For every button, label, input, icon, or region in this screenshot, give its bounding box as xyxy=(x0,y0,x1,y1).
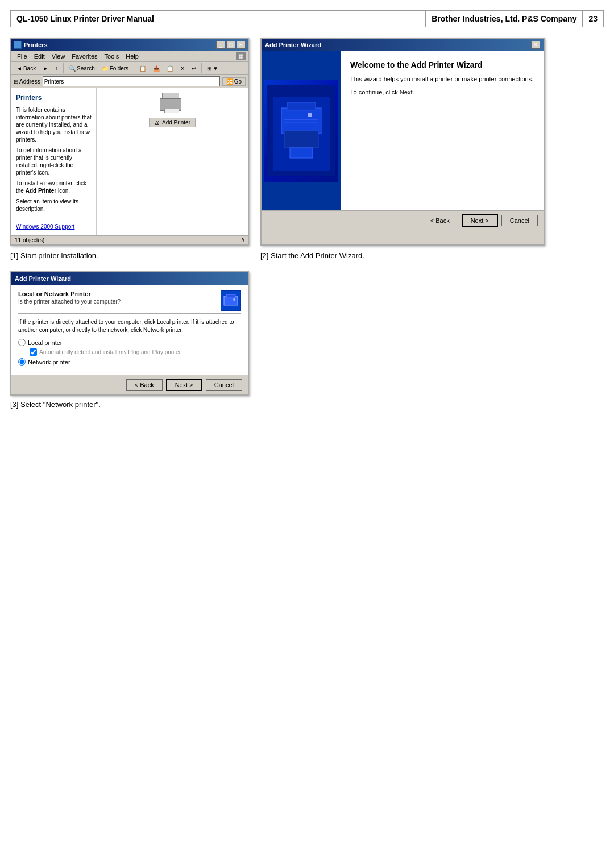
delete-button[interactable]: ✕ xyxy=(177,64,188,73)
minimize-button[interactable]: _ xyxy=(216,41,225,49)
menu-edit[interactable]: Edit xyxy=(31,52,48,60)
wizard-1-close[interactable]: ✕ xyxy=(531,41,540,49)
history-button[interactable]: 📋 xyxy=(136,64,149,73)
left-pane-para2: To get information about a printer that … xyxy=(16,147,92,176)
wizard-dialog-2: Add Printer Wizard Local or Network Prin… xyxy=(10,271,249,396)
close-button[interactable]: ✕ xyxy=(237,41,246,49)
wizard-2-section-header: Local or Network Printer xyxy=(18,290,121,297)
svg-rect-2 xyxy=(281,108,321,134)
network-printer-option[interactable]: Network printer xyxy=(18,358,241,366)
forward-icon: ► xyxy=(43,65,48,72)
toolbar-toggle[interactable]: ▦ xyxy=(236,52,246,60)
wizard-2-section-sub: Is the printer attached to your computer… xyxy=(18,298,121,305)
autodetect-option[interactable]: Automatically detect and install my Plug… xyxy=(30,348,241,356)
svg-point-8 xyxy=(308,113,312,117)
page-content: Printers _ □ ✕ File Edit View Favorites … xyxy=(10,38,604,409)
wizard-2-title: Add Printer Wizard xyxy=(15,275,71,282)
caption-row-1: [1] Start printer installation. [2] Star… xyxy=(10,251,604,260)
wizard-2-titlebar: Add Printer Wizard xyxy=(11,272,248,285)
printer-output-icon xyxy=(164,109,179,113)
wizard-2-footer: < Back Next > Cancel xyxy=(11,375,248,394)
undo-icon: ↩ xyxy=(192,65,196,72)
address-input[interactable] xyxy=(43,76,220,86)
explorer-address-bar: ⊞ Address 🔀 Go xyxy=(11,75,248,88)
menu-favorites[interactable]: Favorites xyxy=(68,52,101,60)
copyto-icon: 📋 xyxy=(167,65,173,72)
up-icon: ↑ xyxy=(55,65,58,72)
add-printer-area: 🖨 Add Printer xyxy=(101,93,243,127)
wizard-1-next-button[interactable]: Next > xyxy=(462,214,498,227)
explorer-right-pane: 🖨 Add Printer xyxy=(97,88,248,235)
radio-group: Local printer Automatically detect and i… xyxy=(18,339,241,366)
explorer-toolbar: ◄ Back ► ↑ 🔍 Search 📁 Folders 📋 📤 📋 ✕ ↩ … xyxy=(11,62,248,75)
svg-rect-10 xyxy=(226,294,235,298)
local-printer-label: Local printer xyxy=(28,339,63,346)
explorer-window: Printers _ □ ✕ File Edit View Favorites … xyxy=(10,38,249,246)
network-printer-radio[interactable] xyxy=(18,358,26,366)
delete-icon: ✕ xyxy=(180,65,185,72)
local-printer-option[interactable]: Local printer xyxy=(18,339,241,346)
wizard-1-back-button[interactable]: < Back xyxy=(422,215,458,226)
explorer-title-text: Printers xyxy=(14,41,48,49)
autodetect-label: Automatically detect and install my Plug… xyxy=(39,349,181,355)
step3-row: Add Printer Wizard Local or Network Prin… xyxy=(10,271,604,396)
wizard-2-back-button[interactable]: < Back xyxy=(126,379,163,391)
page-header: QL-1050 Linux Printer Driver Manual Brot… xyxy=(10,10,604,27)
views-button[interactable]: ⊞ ▼ xyxy=(204,64,221,73)
menu-tools[interactable]: Tools xyxy=(101,52,123,60)
local-printer-radio[interactable] xyxy=(18,339,26,346)
forward-button[interactable]: ► xyxy=(40,64,51,73)
add-printer-button[interactable]: 🖨 Add Printer xyxy=(149,118,196,127)
wizard-1-para1: This wizard helps you install a printer … xyxy=(350,75,534,84)
address-label-icon: ⊞ xyxy=(14,78,18,85)
explorer-win-controls: _ □ ✕ xyxy=(216,41,246,49)
screenshots-row-1: Printers _ □ ✕ File Edit View Favorites … xyxy=(10,38,604,246)
back-button[interactable]: ◄ Back xyxy=(14,64,39,73)
search-button[interactable]: 🔍 Search xyxy=(66,64,98,73)
wizard-1-cancel-button[interactable]: Cancel xyxy=(501,215,538,226)
header-right: Brother Industries, Ltd. P&S Company 23 xyxy=(426,11,603,27)
svg-point-11 xyxy=(233,298,235,301)
wizard-1-title: Add Printer Wizard xyxy=(265,41,321,48)
wizard-2-cancel-button[interactable]: Cancel xyxy=(206,379,242,391)
autodetect-checkbox[interactable] xyxy=(30,348,37,356)
menu-view[interactable]: View xyxy=(48,52,69,60)
wizard-1-content: Welcome to the Add Printer Wizard This w… xyxy=(341,51,544,210)
wizard-1-graphic-area xyxy=(262,51,341,210)
wizard-1-footer: < Back Next > Cancel xyxy=(262,210,544,230)
wizard-2-next-button[interactable]: Next > xyxy=(166,379,202,391)
explorer-menubar: File Edit View Favorites Tools Help ▦ xyxy=(11,51,248,62)
folders-button[interactable]: 📁 Folders xyxy=(99,64,131,73)
wizard-1-titlebar: Add Printer Wizard ✕ xyxy=(262,39,544,51)
go-arrow-icon: 🔀 xyxy=(226,78,233,85)
copyto-button[interactable]: 📋 xyxy=(164,64,176,73)
wizard-1-graphic xyxy=(264,80,338,182)
caption-2: [2] Start the Add Printer Wizard. xyxy=(260,251,364,260)
menu-file[interactable]: File xyxy=(14,52,31,60)
caption-1: [1] Start printer installation. xyxy=(10,251,249,260)
wizard-dialog-1: Add Printer Wizard ✕ xyxy=(260,38,545,246)
go-button[interactable]: 🔀 Go xyxy=(222,77,246,86)
address-label: ⊞ Address xyxy=(14,78,40,85)
win2000-support-link[interactable]: Windows 2000 Support xyxy=(16,223,74,230)
moveto-button[interactable]: 📤 xyxy=(150,64,163,73)
explorer-status-bar: 11 object(s) // xyxy=(11,235,248,244)
svg-rect-4 xyxy=(284,131,318,148)
explorer-title-label: Printers xyxy=(24,41,48,48)
explorer-titlebar: Printers _ □ ✕ xyxy=(11,39,248,51)
add-printer-icon: 🖨 xyxy=(154,119,160,126)
maximize-button[interactable]: □ xyxy=(226,41,235,49)
left-pane-para3: To install a new printer, click the Add … xyxy=(16,180,92,194)
caption-3: [3] Select "Network printer". xyxy=(10,400,249,409)
svg-rect-5 xyxy=(290,148,313,158)
history-icon: 📋 xyxy=(139,65,146,72)
manual-title: QL-1050 Linux Printer Driver Manual xyxy=(11,11,426,27)
wizard-2-icon-svg xyxy=(223,293,239,309)
menu-help[interactable]: Help xyxy=(122,52,142,60)
undo-button[interactable]: ↩ xyxy=(189,64,199,73)
wizard-2-section: Local or Network Printer Is the printer … xyxy=(18,290,121,309)
wizard-1-controls: ✕ xyxy=(531,41,540,49)
status-resize: // xyxy=(241,237,244,243)
up-button[interactable]: ↑ xyxy=(52,64,61,73)
svg-rect-3 xyxy=(287,102,316,111)
